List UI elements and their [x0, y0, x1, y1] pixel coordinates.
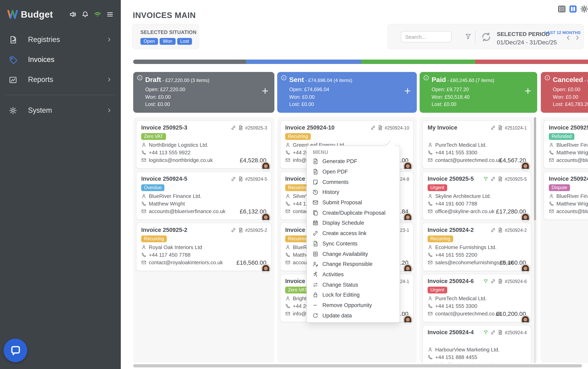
customer-name-text: EcoHome Furnishings Ltd. [435, 244, 496, 250]
mail-icon [428, 157, 433, 163]
sidebar-item-system[interactable]: System [0, 100, 121, 120]
add-invoice-button[interactable]: + [404, 86, 411, 97]
chevron-right-icon [106, 37, 112, 42]
document-icon[interactable] [378, 125, 383, 130]
bell-icon[interactable] [82, 11, 89, 18]
menu-item-sync-contents[interactable]: Sync Contents [307, 238, 399, 249]
document-icon[interactable] [238, 227, 243, 233]
lock-icon [312, 292, 318, 298]
status-badge-urgent: Urgent [428, 287, 447, 293]
invoice-card[interactable]: Invoice 250924-6#250924-6UrgentPureTech … [422, 274, 531, 322]
menu-item-submit-proposal[interactable]: Submit Proposal [307, 197, 399, 208]
period-prev-icon[interactable] [565, 35, 571, 41]
menu-item-lock-for-editing[interactable]: Lock for Editing [307, 290, 399, 300]
invoice-card[interactable]: Invoice 250924-5#250924-5OverdueBlueRive… [136, 172, 272, 220]
period-shortcut-link[interactable]: LAST 12 MONTHS [544, 30, 581, 35]
registries-icon [9, 35, 17, 44]
document-icon[interactable] [498, 279, 503, 284]
refresh-icon[interactable] [481, 32, 491, 42]
menu-item-create-access-link[interactable]: Create access link [307, 228, 399, 238]
link-icon[interactable] [490, 330, 496, 335]
menu-item-activities[interactable]: Activities [307, 269, 399, 279]
menu-item-change-status[interactable]: Change Status [307, 280, 399, 290]
period-next-icon[interactable] [574, 35, 580, 41]
sidebar-status-icons [69, 11, 114, 18]
link-icon[interactable] [231, 125, 236, 130]
phone-icon [428, 201, 433, 206]
info-icon[interactable] [423, 75, 429, 81]
invoice-card[interactable]: Invoice 250924-2#250924-2RecurringEcoHom… [422, 223, 531, 271]
link-icon[interactable] [490, 125, 496, 130]
column-scrollbar-thumb[interactable] [534, 117, 536, 220]
filter-funnel-icon[interactable] [465, 33, 472, 40]
menu-item-change-responsible[interactable]: Change Responsible [307, 259, 399, 269]
invoice-card[interactable]: Invoice 250925-5#250925-5UrgentSkyline A… [422, 172, 531, 220]
customer-phone-text: Matthew Wright [556, 150, 588, 155]
menu-item-remove-opportunity[interactable]: Remove Opportunity [307, 300, 399, 310]
invoice-amount: £6,132.00 [240, 208, 266, 215]
menu-item-generate-pdf[interactable]: Generate PDF [307, 156, 399, 166]
add-invoice-button[interactable]: + [525, 86, 531, 97]
info-icon[interactable] [281, 75, 287, 81]
brand-logo[interactable]: Budget [7, 9, 53, 20]
menu-item-update-data[interactable]: Update data [307, 310, 399, 321]
invoice-card[interactable]: My Invoice#251024-1PureTech Medical Ltd.… [422, 120, 531, 169]
menu-item-create-duplicate-proposal[interactable]: Create/Duplicate Proposal [307, 208, 399, 218]
copy-icon [312, 210, 318, 216]
menu-item-open-pdf[interactable]: Open PDF [307, 166, 399, 177]
situation-badge-won[interactable]: Won [160, 38, 175, 45]
invoice-card[interactable]: Invoice 250925-3#250925-3Zero VATNorthBr… [136, 120, 272, 169]
link-icon[interactable] [490, 279, 496, 284]
customer-phone-text: Matthew Wright [149, 201, 185, 207]
info-icon[interactable] [544, 75, 550, 81]
invoice-card[interactable]: Invoice 250924-4#250924-4HarbourView Mar… [422, 325, 531, 363]
table-view-icon[interactable] [558, 5, 566, 13]
menu-item-display-schedule[interactable]: Display Schedule [307, 218, 399, 228]
link-icon[interactable] [231, 176, 236, 182]
document-icon[interactable] [498, 330, 503, 335]
document-icon[interactable] [498, 176, 503, 182]
customer-phone-text: +44 117 450 7788 [149, 252, 190, 258]
phone-icon [285, 252, 290, 257]
customer-name: HarbourView Marketing Ltd. [428, 347, 500, 353]
invoice-card-title: Invoice 250924-5 [141, 175, 187, 182]
sidebar-item-reports[interactable]: Reports [0, 70, 121, 90]
document-icon[interactable] [498, 125, 503, 130]
sidebar-item-invoices[interactable]: Invoices [0, 50, 121, 70]
sidebar-item-registries[interactable]: Registries [0, 30, 121, 50]
customer-name: PureTech Medical Ltd. [428, 296, 487, 301]
document-icon[interactable] [238, 125, 243, 130]
settings-gear-icon[interactable] [580, 5, 588, 13]
customer-phone: +44 117 450 7788 [141, 252, 190, 258]
wifi-icon[interactable] [94, 11, 101, 18]
invoice-card[interactable]: Invoice 250925-1#250925-1RefundedBlueRiv… [544, 120, 588, 169]
link-icon[interactable] [370, 125, 375, 130]
menu-item-history[interactable]: History [307, 187, 399, 197]
add-invoice-button[interactable]: + [262, 86, 268, 97]
column-scrollbar-track [534, 117, 536, 363]
info-icon[interactable] [137, 75, 143, 81]
document-icon[interactable] [238, 176, 243, 182]
menu-item-comments[interactable]: Comments [307, 177, 399, 187]
link-icon[interactable] [490, 227, 496, 233]
kanban-view-icon[interactable] [569, 5, 577, 13]
search-input[interactable] [401, 31, 452, 42]
mail-icon [428, 362, 433, 363]
pdf-icon [312, 159, 318, 164]
menu-item-change-availability[interactable]: Change Availability [307, 249, 399, 259]
link-icon [312, 230, 318, 236]
responsible-avatar [521, 213, 530, 222]
situation-badge-open[interactable]: Open [140, 38, 158, 45]
hamburger-menu-icon[interactable] [106, 11, 114, 18]
link-icon[interactable] [490, 176, 496, 182]
invoice-card[interactable]: Invoice 250925-2#250925-2RecurringRoyal … [136, 223, 272, 271]
situation-badge-lost[interactable]: Lost [177, 38, 192, 45]
link-icon[interactable] [231, 227, 236, 233]
sound-icon[interactable] [69, 11, 76, 18]
horizontal-scrollbar[interactable] [133, 364, 582, 367]
chat-button[interactable] [4, 339, 27, 362]
invoice-card-meta: #250924-6 [483, 279, 527, 284]
menu-item-label: Remove Opportunity [322, 302, 372, 308]
document-icon[interactable] [498, 227, 503, 233]
invoice-card[interactable]: Invoice 250924-7#250924-7DisputeBlueRive… [544, 172, 588, 220]
